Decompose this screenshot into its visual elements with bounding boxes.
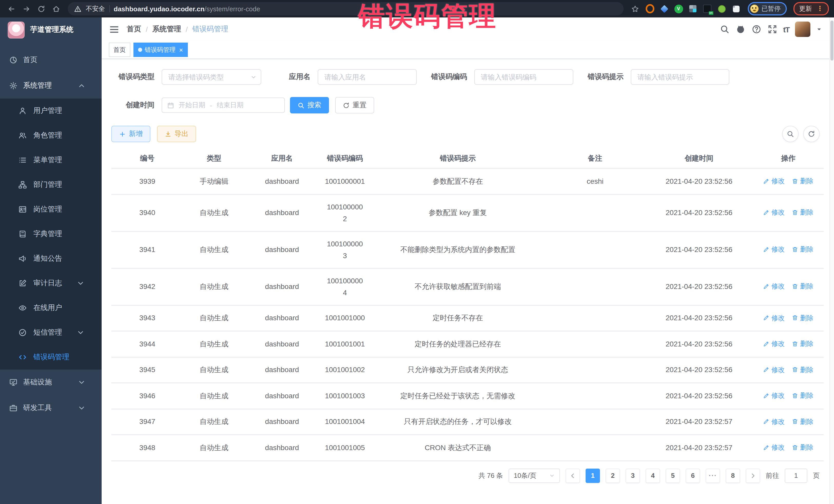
- delete-link[interactable]: 删除: [792, 415, 813, 427]
- browser-profile-chip[interactable]: 已暂停: [748, 2, 787, 15]
- delete-link[interactable]: 删除: [792, 243, 813, 255]
- edit-link[interactable]: 修改: [763, 243, 785, 255]
- tab-home[interactable]: 首页: [109, 43, 130, 57]
- address-bar[interactable]: 不安全 dashboard.yudao.iocoder.cn/system/er…: [68, 2, 623, 15]
- avatar-caret-down-icon[interactable]: [816, 26, 822, 32]
- sidebar-item-user[interactable]: 用户管理: [0, 98, 102, 123]
- edit-link[interactable]: 修改: [763, 364, 785, 375]
- navbar: 首页 / 系统管理 / 错误码管理 tT: [102, 18, 830, 41]
- font-size-icon[interactable]: tT: [783, 24, 789, 35]
- sidebar-item-dict[interactable]: 字典管理: [0, 222, 102, 246]
- header-search-icon[interactable]: [720, 24, 730, 35]
- extension-blue-gem-icon[interactable]: [660, 4, 668, 13]
- reload-icon[interactable]: [35, 3, 47, 15]
- sidebar-item-infrastructure[interactable]: 基础设施: [0, 370, 102, 395]
- sidebar-item-dept[interactable]: 部门管理: [0, 172, 102, 197]
- prev-page-button[interactable]: [566, 468, 580, 483]
- close-tab-icon[interactable]: ×: [179, 46, 183, 53]
- scrollbar-thumb[interactable]: [830, 21, 833, 61]
- user-avatar[interactable]: [795, 22, 810, 37]
- sidebar: 芋道管理系统 首页系统管理用户管理角色管理菜单管理部门管理岗位管理字典管理通知公…: [0, 18, 102, 504]
- delete-link[interactable]: 删除: [792, 364, 813, 375]
- sidebar-item-role[interactable]: 角色管理: [0, 123, 102, 148]
- date-range-picker[interactable]: 开始日期 - 结束日期: [162, 97, 285, 113]
- breadcrumb-system[interactable]: 系统管理: [152, 25, 181, 34]
- extension-orange-ring-icon[interactable]: [645, 4, 654, 13]
- sidebar-item-system[interactable]: 系统管理: [0, 73, 102, 98]
- reset-button[interactable]: 重置: [335, 97, 374, 113]
- sidebar-item-audit-log[interactable]: 审计日志: [0, 271, 102, 295]
- edit-link[interactable]: 修改: [763, 281, 785, 292]
- start-date-placeholder[interactable]: 开始日期: [179, 101, 205, 110]
- home-icon[interactable]: [50, 3, 62, 15]
- delete-link[interactable]: 删除: [792, 175, 813, 187]
- page-size-select[interactable]: 10条/页: [509, 468, 560, 483]
- security-label[interactable]: 不安全: [86, 4, 105, 13]
- page-ellipsis[interactable]: ···: [706, 468, 720, 483]
- export-button[interactable]: 导出: [157, 126, 196, 142]
- page-button-5[interactable]: 5: [666, 468, 680, 483]
- tab-error-code[interactable]: 错误码管理 ×: [133, 43, 188, 57]
- back-icon[interactable]: [5, 3, 18, 15]
- page-button-3[interactable]: 3: [626, 468, 640, 483]
- delete-link[interactable]: 删除: [792, 390, 813, 401]
- sidebar-item-sms[interactable]: 短信管理: [0, 320, 102, 345]
- not-secure-warning-icon[interactable]: [74, 5, 82, 13]
- extension-switch-on-icon[interactable]: [703, 4, 711, 13]
- help-icon[interactable]: [751, 24, 762, 35]
- sidebar-item-error-code[interactable]: 错误码管理: [0, 345, 102, 370]
- page-button-2[interactable]: 2: [606, 468, 620, 483]
- edit-link[interactable]: 修改: [763, 441, 785, 453]
- sidebar-item-notice[interactable]: 通知公告: [0, 246, 102, 271]
- page-button-1[interactable]: 1: [586, 468, 600, 483]
- forward-icon[interactable]: [20, 3, 32, 15]
- extension-puzzle-icon[interactable]: [731, 4, 740, 13]
- browser-menu-icon[interactable]: ⋮: [816, 6, 823, 11]
- toggle-search-button[interactable]: [782, 126, 798, 142]
- delete-link[interactable]: 删除: [792, 441, 813, 453]
- fullscreen-icon[interactable]: [767, 24, 777, 35]
- delete-link[interactable]: 删除: [792, 206, 813, 218]
- edit-link[interactable]: 修改: [763, 415, 785, 427]
- extension-key-icon[interactable]: [717, 4, 726, 13]
- extension-grid-icon[interactable]: [688, 4, 697, 13]
- sidebar-item-dev-tools[interactable]: 研发工具: [0, 395, 102, 421]
- sidebar-item-post[interactable]: 岗位管理: [0, 197, 102, 222]
- add-button[interactable]: 新增: [111, 126, 150, 142]
- sidebar-item-home[interactable]: 首页: [0, 47, 102, 73]
- github-icon[interactable]: [736, 24, 746, 35]
- error-type-select[interactable]: [162, 69, 261, 85]
- edit-link[interactable]: 修改: [763, 390, 785, 401]
- edit-link[interactable]: 修改: [763, 206, 785, 218]
- bookmark-star-icon[interactable]: [629, 3, 641, 15]
- page-button-4[interactable]: 4: [646, 468, 660, 483]
- breadcrumb-home[interactable]: 首页: [127, 25, 141, 34]
- sidebar-item-menu[interactable]: 菜单管理: [0, 148, 102, 172]
- cell-app: dashboard: [245, 194, 319, 231]
- error-type-select-input[interactable]: [162, 69, 261, 85]
- refresh-table-button[interactable]: [803, 126, 820, 142]
- hamburger-icon[interactable]: [109, 24, 119, 34]
- edit-link-label: 修改: [771, 243, 785, 255]
- url-text[interactable]: dashboard.yudao.iocoder.cn/system/error-…: [114, 5, 260, 13]
- cell-app: dashboard: [245, 435, 319, 461]
- app-name-input[interactable]: [318, 69, 417, 85]
- next-page-button[interactable]: [746, 468, 760, 483]
- delete-link[interactable]: 删除: [792, 281, 813, 292]
- sidebar-item-online-users[interactable]: 在线用户: [0, 295, 102, 320]
- page-scrollbar[interactable]: [829, 18, 834, 504]
- error-code-input[interactable]: [474, 69, 573, 85]
- goto-page-input[interactable]: [785, 468, 807, 483]
- page-button-8[interactable]: 8: [726, 468, 740, 483]
- delete-link[interactable]: 删除: [792, 312, 813, 324]
- extension-green-v-icon[interactable]: V: [674, 4, 683, 13]
- edit-link[interactable]: 修改: [763, 312, 785, 324]
- end-date-placeholder[interactable]: 结束日期: [217, 101, 243, 110]
- edit-link[interactable]: 修改: [763, 338, 785, 350]
- page-button-6[interactable]: 6: [686, 468, 700, 483]
- edit-link[interactable]: 修改: [763, 175, 785, 187]
- error-hint-input[interactable]: [631, 69, 729, 85]
- delete-link[interactable]: 删除: [792, 338, 813, 350]
- browser-update-button[interactable]: 更新 ⋮: [793, 2, 829, 15]
- search-button[interactable]: 搜索: [290, 97, 329, 113]
